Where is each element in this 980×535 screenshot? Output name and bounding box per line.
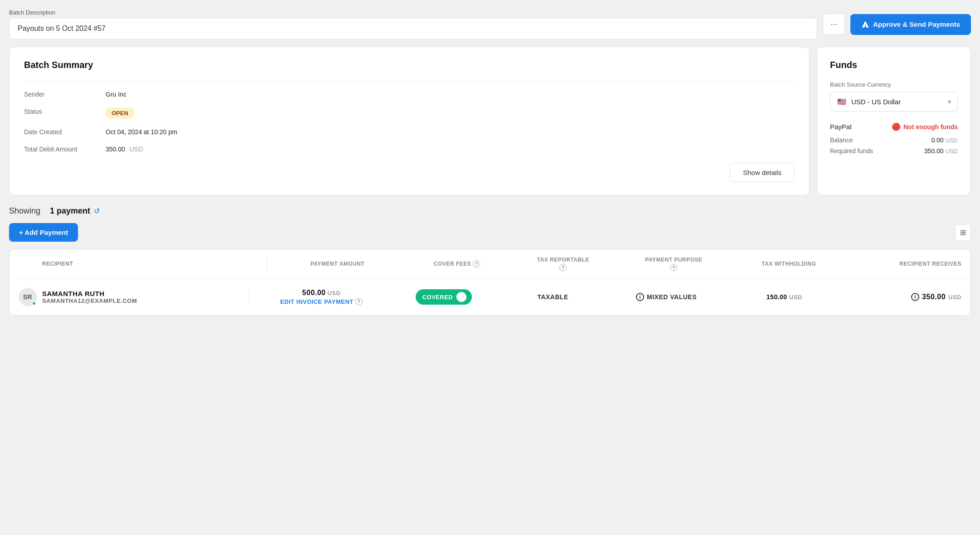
more-options-button[interactable]: ··· [823, 14, 845, 35]
recipient-receives-cell: i 350.00 USD [844, 293, 961, 301]
recipient-cell: SR Samantha Ruth samantha12@example.com [19, 288, 246, 306]
col-divider-1 [267, 257, 267, 271]
avatar: SR [19, 288, 37, 306]
paypal-label: PayPal [830, 123, 852, 131]
required-funds-row: Required funds 350.00 USD [830, 147, 958, 155]
payment-purpose-help-icon[interactable]: ? [670, 264, 677, 271]
cover-fees-cell: COVERED [389, 289, 498, 305]
sender-label: Sender [24, 91, 106, 98]
required-funds-label: Required funds [830, 147, 873, 155]
tax-reportable-help-icon[interactable]: ? [559, 264, 567, 271]
paypal-row: PayPal 🔴 Not enough funds [830, 122, 958, 131]
show-details-button[interactable]: Show details [730, 163, 795, 182]
funds-title: Funds [830, 60, 958, 70]
flag-icon: 🇺🇸 [837, 97, 847, 107]
add-payment-button[interactable]: + Add Payment [9, 223, 78, 242]
batch-summary-card: Batch Summary Sender Gru Inc Status OPEN… [9, 47, 810, 195]
covered-label: COVERED [422, 294, 453, 301]
tax-reportable-cell: Taxable [499, 293, 607, 301]
col-header-payment-amount: PAYMENT AMOUNT [271, 261, 404, 267]
showing-count-text: Showing 1 payment ↺ [9, 206, 971, 216]
status-label: Status [24, 108, 106, 115]
balance-value: 0.00 USD [931, 136, 958, 144]
edit-invoice-link[interactable]: Edit invoice payment ? [253, 298, 389, 305]
funds-card: Funds Batch Source Currency 🇺🇸 USD - US … [817, 47, 971, 195]
cover-fees-toggle[interactable]: COVERED [416, 289, 472, 305]
more-icon: ··· [830, 19, 837, 29]
edit-invoice-help-icon[interactable]: ? [355, 298, 363, 305]
status-badge: OPEN [106, 108, 134, 118]
table-row: SR Samantha Ruth samantha12@example.com … [10, 279, 970, 316]
balance-label: Balance [830, 136, 853, 144]
payment-amount-cell: 500.00 USD Edit invoice payment ? [253, 289, 389, 305]
col-header-recipient-receives: RECIPIENT RECEIVES [846, 261, 961, 267]
payment-purpose-info-icon[interactable]: i [636, 293, 644, 301]
refresh-icon[interactable]: ↺ [94, 207, 100, 215]
balance-row: Balance 0.00 USD [830, 136, 958, 144]
payments-table: RECIPIENT PAYMENT AMOUNT COVER FEES ? TA… [9, 249, 971, 316]
batch-description-input[interactable] [9, 18, 817, 39]
col-header-payment-purpose: PAYMENT PURPOSE ? [616, 257, 732, 271]
batch-summary-title: Batch Summary [24, 60, 795, 70]
total-debit-row: Total Debit Amount 350.00 USD [24, 146, 795, 153]
table-header: RECIPIENT PAYMENT AMOUNT COVER FEES ? TA… [10, 249, 970, 279]
payments-section: Showing 1 payment ↺ + Add Payment ⊞ [9, 206, 971, 242]
col-header-tax-withholding: TAX WITHHOLDING [731, 261, 846, 267]
send-icon [861, 20, 869, 29]
total-debit-label: Total Debit Amount [24, 146, 106, 153]
payment-purpose-cell: i Mixed Values [607, 293, 725, 301]
recipient-name: Samantha Ruth [42, 290, 137, 297]
not-enough-funds-badge: 🔴 Not enough funds [892, 122, 958, 131]
approve-send-payments-button[interactable]: Approve & Send Payments [850, 14, 971, 35]
payment-amount-value: 500.00 [302, 289, 326, 297]
toggle-circle [456, 292, 466, 302]
columns-icon: ⊞ [960, 229, 966, 236]
payment-purpose-value: Mixed Values [647, 293, 697, 301]
online-dot [32, 301, 36, 306]
approve-btn-label: Approve & Send Payments [873, 20, 960, 28]
status-row: Status OPEN [24, 108, 795, 118]
currency-name: USD - US Dollar [851, 98, 901, 106]
col-header-tax-reportable: TAX REPORTABLE ? [510, 257, 616, 271]
date-created-label: Date Created [24, 128, 106, 136]
error-icon: 🔴 [892, 122, 901, 131]
recipient-email: samantha12@example.com [42, 297, 137, 304]
date-created-row: Date Created Oct 04, 2024 at 10:20 pm [24, 128, 795, 136]
batch-description-label: Batch Description [9, 9, 817, 16]
currency-label: Batch Source Currency [830, 81, 958, 88]
currency-select[interactable]: 🇺🇸 USD - US Dollar ▾ [830, 92, 958, 112]
recipient-receives-info-icon[interactable]: i [911, 293, 919, 301]
sender-row: Sender Gru Inc [24, 91, 795, 98]
total-debit-value: 350.00 USD [106, 146, 143, 153]
tax-withholding-cell: 150.00 USD [725, 293, 843, 301]
cover-fees-help-icon[interactable]: ? [473, 260, 480, 268]
col-header-recipient: RECIPIENT [19, 261, 263, 267]
col-header-cover-fees: COVER FEES ? [404, 260, 510, 268]
sender-value: Gru Inc [106, 91, 126, 98]
chevron-down-icon: ▾ [948, 98, 951, 105]
col-divider-2 [249, 290, 250, 304]
columns-toggle-button[interactable]: ⊞ [955, 224, 971, 241]
required-funds-value: 350.00 USD [924, 147, 958, 155]
date-created-value: Oct 04, 2024 at 10:20 pm [106, 128, 177, 136]
payment-amount-currency: USD [327, 290, 340, 297]
